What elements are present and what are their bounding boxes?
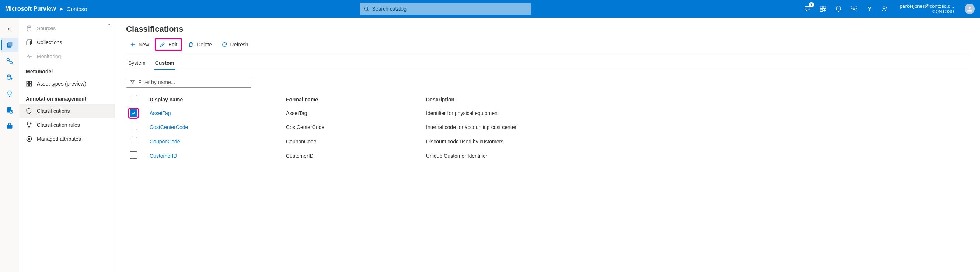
svg-point-24 <box>30 123 31 124</box>
table-row[interactable]: CouponCodeCouponCodeDiscount code used b… <box>126 134 969 148</box>
button-label: New <box>138 41 149 48</box>
rail-database-icon[interactable] <box>1 70 18 85</box>
new-button[interactable]: New <box>126 40 153 50</box>
svg-rect-22 <box>30 84 32 86</box>
svg-point-14 <box>10 78 12 80</box>
directory-icon[interactable] <box>819 5 827 13</box>
classifications-icon <box>26 108 32 114</box>
svg-line-1 <box>368 10 369 11</box>
tab-custom[interactable]: Custom <box>154 57 175 70</box>
search-icon <box>363 6 369 12</box>
svg-rect-19 <box>27 81 29 83</box>
user-email: parkerjones@contoso.c... <box>900 4 954 9</box>
svg-point-13 <box>7 75 11 77</box>
search-placeholder: Search catalog <box>372 6 407 12</box>
row-checkbox[interactable] <box>130 151 137 159</box>
row-checkbox[interactable] <box>130 123 137 130</box>
refresh-icon <box>221 41 228 48</box>
search-input[interactable]: Search catalog <box>360 3 531 15</box>
row-formal-name: CustomerID <box>282 148 422 163</box>
tabs: System Custom <box>126 57 969 70</box>
pencil-icon <box>159 41 165 48</box>
managed-attributes-icon <box>26 136 32 142</box>
table-row[interactable]: CostCenterCodeCostCenterCodeInternal cod… <box>126 120 969 134</box>
breadcrumb-item[interactable]: Contoso <box>67 6 88 12</box>
select-all-checkbox[interactable] <box>130 95 137 102</box>
row-display-name[interactable]: CostCenterCode <box>146 120 282 134</box>
avatar[interactable] <box>964 4 975 14</box>
notification-count-badge: 7 <box>809 2 815 7</box>
row-display-name[interactable]: CouponCode <box>146 134 282 148</box>
sidebar-item-asset-types[interactable]: Asset types (preview) <box>19 77 115 91</box>
column-formal-name[interactable]: Formal name <box>282 92 422 107</box>
search-wrap: Search catalog <box>88 3 803 15</box>
rail-insights-icon[interactable] <box>1 86 18 101</box>
column-description[interactable]: Description <box>422 92 969 107</box>
app-header: Microsoft Purview ▶ Contoso Search catal… <box>0 0 980 18</box>
svg-point-27 <box>29 138 30 140</box>
trash-icon <box>188 41 194 48</box>
gear-icon[interactable] <box>850 5 858 13</box>
sidebar-item-classifications[interactable]: Classifications <box>19 104 115 118</box>
rail-map-icon[interactable] <box>1 54 18 68</box>
row-checkbox[interactable] <box>130 137 137 145</box>
row-checkbox[interactable] <box>130 110 137 117</box>
row-display-name[interactable]: CustomerID <box>146 148 282 163</box>
bell-icon[interactable] <box>834 5 843 13</box>
rail-management-icon[interactable] <box>1 119 18 134</box>
toolbar: New Edit Delete Refresh <box>126 38 969 53</box>
monitoring-icon <box>26 53 32 60</box>
page-title: Classifications <box>126 24 969 34</box>
sidebar-label: Asset types (preview) <box>37 81 86 87</box>
svg-point-6 <box>869 10 870 11</box>
row-description: Discount code used by customers <box>422 134 969 148</box>
svg-rect-20 <box>30 81 32 83</box>
svg-point-0 <box>364 7 368 10</box>
svg-rect-4 <box>821 9 823 12</box>
sidebar-item-collections[interactable]: Collections <box>19 35 115 49</box>
rail-policy-icon[interactable] <box>1 102 18 117</box>
refresh-button[interactable]: Refresh <box>218 40 252 50</box>
delete-button[interactable]: Delete <box>184 40 215 50</box>
svg-point-25 <box>29 126 30 127</box>
rail-expand-icon[interactable]: » <box>1 21 18 36</box>
sidebar-label: Collections <box>37 40 62 45</box>
sidebar-item-managed-attributes[interactable]: Managed attributes <box>19 132 115 146</box>
header-actions: 7 parkerjones@contoso.c... CONTOSO <box>803 4 975 14</box>
table-row[interactable]: CustomerIDCustomerIDUnique Customer Iden… <box>126 148 969 163</box>
rail-data-sources-icon[interactable] <box>1 38 18 52</box>
user-org: CONTOSO <box>932 9 954 14</box>
breadcrumb-separator-icon: ▶ <box>60 6 63 11</box>
edit-button[interactable]: Edit <box>155 38 182 51</box>
sidebar-item-classification-rules[interactable]: Classification rules <box>19 118 115 132</box>
tab-system[interactable]: System <box>127 57 146 70</box>
row-display-name[interactable]: AssetTag <box>146 107 282 120</box>
sidebar-label: Monitoring <box>37 53 61 59</box>
sidebar-item-monitoring[interactable]: Monitoring <box>19 49 115 64</box>
sidebar-item-sources[interactable]: Sources <box>19 21 115 35</box>
brand[interactable]: Microsoft Purview <box>5 6 56 12</box>
svg-point-8 <box>969 6 971 9</box>
feedback-icon[interactable]: 7 <box>803 5 812 13</box>
support-icon[interactable] <box>880 5 889 13</box>
table-row[interactable]: AssetTagAssetTagIdentifier for physical … <box>126 107 969 120</box>
person-icon <box>966 6 973 12</box>
svg-point-7 <box>883 6 885 8</box>
row-formal-name: CostCenterCode <box>282 120 422 134</box>
sidebar-collapse-icon[interactable]: « <box>108 21 111 27</box>
row-formal-name: CouponCode <box>282 134 422 148</box>
column-display-name[interactable]: Display name <box>146 92 282 107</box>
table-header-row: Display name Formal name Description <box>126 92 969 107</box>
classification-rules-icon <box>26 122 32 128</box>
row-formal-name: AssetTag <box>282 107 422 120</box>
filter-input[interactable]: Filter by name... <box>126 77 251 88</box>
sidebar-label: Classifications <box>37 108 70 114</box>
main-layout: » « Sources Collections <box>0 18 980 272</box>
nav-rail: » <box>0 18 19 272</box>
sidebar: « Sources Collections Monitoring Metamod… <box>19 18 115 272</box>
user-block[interactable]: parkerjones@contoso.c... CONTOSO <box>900 4 954 14</box>
filter-icon <box>130 80 135 85</box>
plus-icon <box>130 41 136 48</box>
sidebar-heading-annotation: Annotation management <box>19 91 115 104</box>
help-icon[interactable] <box>865 5 874 13</box>
